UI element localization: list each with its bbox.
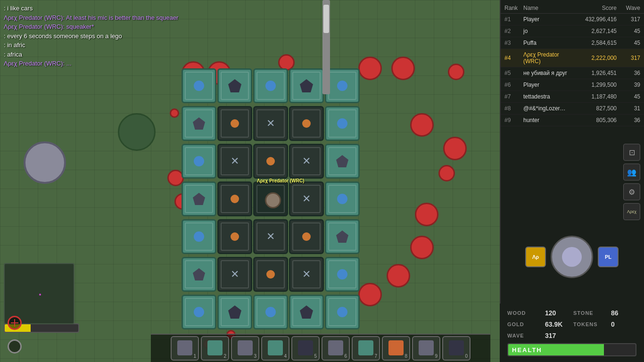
header-wave: Wave [617, 5, 640, 11]
header-rank: Rank [504, 5, 523, 11]
inner-block [289, 219, 324, 254]
mini-map [4, 263, 74, 324]
health-bar: HEALTH [507, 343, 636, 356]
stats-panel: WOOD 120 STONE 86 GOLD 63.9K TOKENS 0 WA… [500, 304, 644, 362]
tokens-value: 0 [611, 321, 639, 328]
wave-value: 317 [545, 332, 573, 339]
hotbar-icon-7 [358, 340, 373, 355]
hotbar-num-9: 9 [435, 354, 438, 359]
tower-block [182, 219, 216, 254]
tower-block [182, 181, 216, 216]
hotbar-slot-4[interactable]: 4 [261, 336, 289, 361]
chat-line: Λρεχ Predator (WRC): At least his mic is… [4, 13, 232, 23]
hotbar-icon-2 [207, 340, 223, 355]
hotbar-icon-5 [298, 340, 313, 355]
wood-label: WOOD [507, 310, 545, 316]
inner-block [217, 219, 252, 254]
inner-block: ✕ [253, 106, 288, 141]
hotbar-num-4: 4 [284, 354, 287, 359]
tower-block [289, 68, 324, 103]
header-score: Score [570, 5, 617, 11]
player-btn-pl[interactable]: PL [598, 247, 619, 267]
hotbar-num-3: 3 [254, 354, 256, 359]
tower-block [325, 144, 360, 179]
tower-block [325, 106, 360, 141]
tower-block [325, 68, 360, 103]
hotbar-icon-3 [238, 340, 253, 355]
hotbar-num-8: 8 [405, 354, 407, 359]
tower-block [325, 295, 360, 329]
game-canvas: : i like cars Λρεχ Predator (WRC): At le… [0, 0, 500, 362]
hotbar-num-7: 7 [374, 354, 377, 359]
tower-block [182, 106, 216, 141]
wave-label: WAVE [507, 333, 545, 338]
hotbar-num-5: 5 [314, 354, 317, 359]
hotbar-icon-1 [177, 340, 192, 355]
score-row-9: #9 hunter 805,306 36 [501, 115, 644, 126]
tree-decoration [118, 113, 156, 151]
hotbar-slot-1[interactable]: 1 [171, 336, 199, 361]
health-label: HEALTH [512, 346, 542, 354]
scoreboard-header: Rank Name Score Wave [501, 3, 644, 14]
wave-row: WAVE 317 [504, 330, 640, 341]
inner-block [217, 181, 252, 216]
inner-block [217, 106, 252, 141]
hotbar-slot-7[interactable]: 7 [352, 336, 380, 361]
stone-label: STONE [573, 310, 611, 316]
base-structure: ✕ ✕ ✕ Λρεχ Predator (WRC) ✕ ✕ [182, 68, 460, 346]
gold-value: 63.9K [545, 321, 573, 328]
hotbar-slot-5[interactable]: 5 [291, 336, 320, 361]
score-row-1: #1 Player 432,996,416 317 [501, 14, 644, 25]
expand-icon[interactable]: ⊡ [623, 144, 640, 161]
hotbar: 1 2 3 4 5 6 7 8 [151, 334, 490, 362]
gold-label: GOLD [507, 321, 545, 327]
tower-block [325, 257, 360, 292]
hotbar-num-1: 1 [193, 354, 196, 359]
gear-icon[interactable]: ⚙ [623, 183, 640, 200]
player-avatar [551, 236, 593, 278]
hotbar-slot-2[interactable]: 2 [201, 336, 229, 361]
tower-block [325, 181, 360, 216]
mini-map-dot [39, 294, 41, 296]
tower-block [217, 295, 252, 329]
hotbar-slot-0[interactable]: 0 [442, 336, 471, 361]
inner-block: ✕ [217, 257, 252, 292]
inner-block: ✕ [289, 257, 324, 292]
score-row-5: #5 не убивай я друг 1,926,451 36 [501, 67, 644, 79]
hotbar-slot-8[interactable]: 8 [382, 336, 410, 361]
hotbar-slot-3[interactable]: 3 [231, 336, 259, 361]
gold-tokens-row: GOLD 63.9K TOKENS 0 [504, 319, 640, 330]
tower-block [289, 295, 324, 329]
header-name: Name [523, 5, 570, 11]
target-icon[interactable] [8, 316, 22, 330]
tower-block [182, 144, 216, 179]
score-row-8: #8 @#&*ingLozerOnMc 827,500 31 [501, 103, 644, 115]
chat-line: : africa [4, 50, 232, 59]
action-icon-panel: ⊡ 👥 ⚙ Λρεχ [623, 144, 640, 220]
clock-icon[interactable] [8, 339, 22, 354]
hotbar-num-0: 0 [465, 354, 468, 359]
score-row-3: #3 Puffa 2,584,615 45 [501, 37, 644, 49]
inner-block [289, 106, 324, 141]
chat-line: : in afric [4, 41, 232, 50]
tower-block [325, 219, 360, 254]
scrollbar-thumb[interactable] [323, 5, 329, 33]
apex-icon[interactable]: Λρεχ [623, 203, 640, 220]
tower-block [182, 68, 216, 103]
inner-block [253, 144, 288, 179]
inner-block [253, 257, 288, 292]
player-btn-ap[interactable]: Λρ [525, 247, 546, 267]
score-row-4: #4 Λρεχ Predator (WRC) 2,222,000 317 [501, 49, 644, 67]
hotbar-icon-6 [328, 340, 343, 355]
chat-scrollbar[interactable] [322, 0, 330, 94]
inner-block: ✕ [289, 181, 324, 216]
tower-block [182, 295, 216, 329]
hotbar-slot-9[interactable]: 9 [412, 336, 440, 361]
chat-line: : i like cars [4, 4, 232, 13]
avatar-area: Λρ PL [500, 232, 644, 282]
enemy-blob [24, 141, 66, 184]
wood-stone-row: WOOD 120 STONE 86 [504, 307, 640, 319]
hotbar-slot-6[interactable]: 6 [322, 336, 350, 361]
users-icon[interactable]: 👥 [623, 164, 640, 181]
hotbar-icon-4 [268, 340, 283, 355]
